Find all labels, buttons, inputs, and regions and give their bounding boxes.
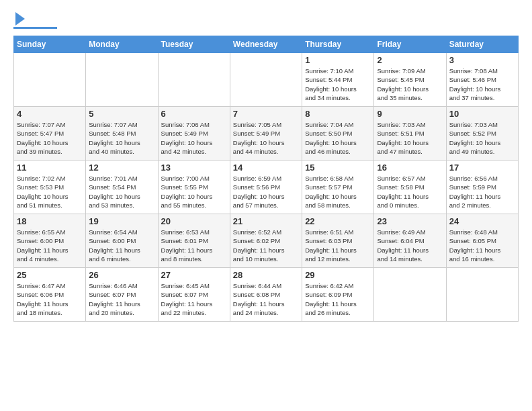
weekday-header-sunday: Sunday	[14, 36, 86, 53]
calendar-cell: 16Sunrise: 6:57 AMSunset: 5:58 PMDayligh…	[374, 161, 446, 214]
logo-arrow-icon	[15, 12, 25, 26]
cell-info: Sunrise: 6:44 AMSunset: 6:08 PMDaylight:…	[233, 281, 299, 317]
calendar-cell: 20Sunrise: 6:53 AMSunset: 6:01 PMDayligh…	[158, 214, 230, 268]
logo	[13, 13, 57, 29]
day-number: 7	[233, 109, 299, 119]
calendar-cell: 4Sunrise: 7:07 AMSunset: 5:47 PMDaylight…	[14, 107, 86, 161]
day-number: 22	[305, 216, 371, 226]
cell-info: Sunrise: 7:00 AMSunset: 5:55 PMDaylight:…	[161, 174, 227, 210]
day-number: 10	[449, 109, 515, 119]
day-number: 17	[449, 163, 515, 173]
cell-info: Sunrise: 7:07 AMSunset: 5:47 PMDaylight:…	[17, 120, 83, 156]
calendar-cell: 26Sunrise: 6:46 AMSunset: 6:07 PMDayligh…	[86, 268, 158, 322]
day-number: 13	[161, 163, 227, 173]
calendar-cell: 23Sunrise: 6:49 AMSunset: 6:04 PMDayligh…	[374, 214, 446, 268]
calendar-cell: 21Sunrise: 6:52 AMSunset: 6:02 PMDayligh…	[230, 214, 302, 268]
page-header	[13, 13, 519, 29]
cell-info: Sunrise: 6:53 AMSunset: 6:01 PMDaylight:…	[161, 228, 227, 263]
day-number: 28	[233, 270, 299, 280]
calendar-cell: 22Sunrise: 6:51 AMSunset: 6:03 PMDayligh…	[302, 214, 374, 268]
cell-info: Sunrise: 7:02 AMSunset: 5:53 PMDaylight:…	[17, 174, 83, 210]
calendar-cell: 7Sunrise: 7:05 AMSunset: 5:49 PMDaylight…	[230, 107, 302, 161]
cell-info: Sunrise: 6:47 AMSunset: 6:06 PMDaylight:…	[17, 281, 83, 317]
day-number: 3	[449, 55, 515, 65]
calendar-cell: 12Sunrise: 7:01 AMSunset: 5:54 PMDayligh…	[86, 161, 158, 214]
calendar-week-row: 4Sunrise: 7:07 AMSunset: 5:47 PMDaylight…	[14, 107, 519, 161]
day-number: 25	[17, 270, 83, 280]
calendar-cell: 17Sunrise: 6:56 AMSunset: 5:59 PMDayligh…	[446, 161, 518, 214]
calendar-cell: 6Sunrise: 7:06 AMSunset: 5:49 PMDaylight…	[158, 107, 230, 161]
cell-info: Sunrise: 6:56 AMSunset: 5:59 PMDaylight:…	[449, 174, 515, 210]
cell-info: Sunrise: 7:09 AMSunset: 5:45 PMDaylight:…	[377, 66, 443, 102]
calendar-cell: 29Sunrise: 6:42 AMSunset: 6:09 PMDayligh…	[302, 268, 374, 322]
calendar-cell	[86, 53, 158, 107]
day-number: 24	[449, 216, 515, 226]
cell-info: Sunrise: 7:01 AMSunset: 5:54 PMDaylight:…	[89, 174, 154, 210]
calendar-cell: 24Sunrise: 6:48 AMSunset: 6:05 PMDayligh…	[446, 214, 518, 268]
weekday-header-tuesday: Tuesday	[158, 36, 230, 53]
day-number: 16	[377, 163, 443, 173]
weekday-header-monday: Monday	[86, 36, 158, 53]
calendar-cell: 8Sunrise: 7:04 AMSunset: 5:50 PMDaylight…	[302, 107, 374, 161]
calendar-cell: 18Sunrise: 6:55 AMSunset: 6:00 PMDayligh…	[14, 214, 86, 268]
calendar-cell: 25Sunrise: 6:47 AMSunset: 6:06 PMDayligh…	[14, 268, 86, 322]
logo-underline	[13, 27, 57, 29]
calendar-header: SundayMondayTuesdayWednesdayThursdayFrid…	[14, 36, 519, 53]
cell-info: Sunrise: 7:06 AMSunset: 5:49 PMDaylight:…	[161, 120, 227, 156]
cell-info: Sunrise: 6:55 AMSunset: 6:00 PMDaylight:…	[17, 228, 83, 263]
cell-info: Sunrise: 6:46 AMSunset: 6:07 PMDaylight:…	[89, 281, 154, 317]
day-number: 11	[17, 163, 83, 173]
cell-info: Sunrise: 6:52 AMSunset: 6:02 PMDaylight:…	[233, 228, 299, 263]
calendar-cell	[230, 53, 302, 107]
calendar-table: SundayMondayTuesdayWednesdayThursdayFrid…	[13, 36, 519, 322]
weekday-header-thursday: Thursday	[302, 36, 374, 53]
calendar-cell	[374, 268, 446, 322]
day-number: 5	[89, 109, 154, 119]
day-number: 2	[377, 55, 443, 65]
calendar-week-row: 11Sunrise: 7:02 AMSunset: 5:53 PMDayligh…	[14, 161, 519, 214]
cell-info: Sunrise: 6:57 AMSunset: 5:58 PMDaylight:…	[377, 174, 443, 210]
cell-info: Sunrise: 6:45 AMSunset: 6:07 PMDaylight:…	[161, 281, 227, 317]
day-number: 6	[161, 109, 227, 119]
calendar-week-row: 18Sunrise: 6:55 AMSunset: 6:00 PMDayligh…	[14, 214, 519, 268]
calendar-week-row: 1Sunrise: 7:10 AMSunset: 5:44 PMDaylight…	[14, 53, 519, 107]
weekday-header-row: SundayMondayTuesdayWednesdayThursdayFrid…	[14, 36, 519, 53]
calendar-cell	[158, 53, 230, 107]
cell-info: Sunrise: 6:54 AMSunset: 6:00 PMDaylight:…	[89, 228, 154, 263]
calendar-week-row: 25Sunrise: 6:47 AMSunset: 6:06 PMDayligh…	[14, 268, 519, 322]
calendar-cell: 11Sunrise: 7:02 AMSunset: 5:53 PMDayligh…	[14, 161, 86, 214]
day-number: 14	[233, 163, 299, 173]
calendar-cell: 5Sunrise: 7:07 AMSunset: 5:48 PMDaylight…	[86, 107, 158, 161]
day-number: 26	[89, 270, 154, 280]
day-number: 29	[305, 270, 371, 280]
cell-info: Sunrise: 6:49 AMSunset: 6:04 PMDaylight:…	[377, 228, 443, 263]
day-number: 9	[377, 109, 443, 119]
cell-info: Sunrise: 7:03 AMSunset: 5:51 PMDaylight:…	[377, 120, 443, 156]
cell-info: Sunrise: 6:48 AMSunset: 6:05 PMDaylight:…	[449, 228, 515, 263]
calendar-cell: 10Sunrise: 7:03 AMSunset: 5:52 PMDayligh…	[446, 107, 518, 161]
cell-info: Sunrise: 7:08 AMSunset: 5:46 PMDaylight:…	[449, 66, 515, 102]
calendar-cell: 1Sunrise: 7:10 AMSunset: 5:44 PMDaylight…	[302, 53, 374, 107]
cell-info: Sunrise: 7:04 AMSunset: 5:50 PMDaylight:…	[305, 120, 371, 156]
day-number: 1	[305, 55, 371, 65]
day-number: 27	[161, 270, 227, 280]
calendar-cell	[14, 53, 86, 107]
weekday-header-friday: Friday	[374, 36, 446, 53]
day-number: 20	[161, 216, 227, 226]
day-number: 18	[17, 216, 83, 226]
day-number: 23	[377, 216, 443, 226]
cell-info: Sunrise: 6:59 AMSunset: 5:56 PMDaylight:…	[233, 174, 299, 210]
day-number: 8	[305, 109, 371, 119]
cell-info: Sunrise: 7:10 AMSunset: 5:44 PMDaylight:…	[305, 66, 371, 102]
day-number: 19	[89, 216, 154, 226]
cell-info: Sunrise: 7:05 AMSunset: 5:49 PMDaylight:…	[233, 120, 299, 156]
day-number: 21	[233, 216, 299, 226]
calendar-cell: 19Sunrise: 6:54 AMSunset: 6:00 PMDayligh…	[86, 214, 158, 268]
day-number: 12	[89, 163, 154, 173]
day-number: 15	[305, 163, 371, 173]
weekday-header-wednesday: Wednesday	[230, 36, 302, 53]
calendar-cell	[446, 268, 518, 322]
day-number: 4	[17, 109, 83, 119]
calendar-cell: 28Sunrise: 6:44 AMSunset: 6:08 PMDayligh…	[230, 268, 302, 322]
calendar-cell: 14Sunrise: 6:59 AMSunset: 5:56 PMDayligh…	[230, 161, 302, 214]
